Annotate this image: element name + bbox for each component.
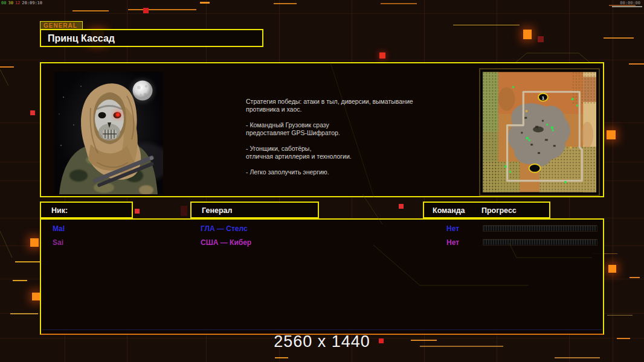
minimap[interactable]: 1 [479, 68, 600, 196]
team-header-label: Команда [433, 206, 465, 215]
session-clock: 00:00:00 [620, 1, 640, 5]
general-info-panel: Стратегия победы: атаки в тыл, диверсии,… [40, 62, 604, 197]
grid-line [613, 0, 613, 362]
fps-segment: 12 [15, 1, 20, 5]
briefing-paragraph: - Угонщики, саботёры, отличная артиллери… [246, 145, 459, 160]
general-tag: GENERAL [40, 21, 83, 30]
briefing-paragraph: Стратегия победы: атаки в тыл, диверсии,… [246, 98, 459, 113]
player-team: Нет [446, 238, 459, 247]
deco-line [128, 9, 196, 10]
table-row[interactable]: MalГЛА — СтелсНет [41, 224, 603, 235]
progress-header-label: Прогресс [481, 206, 517, 215]
deco-square [607, 130, 616, 139]
game-lobby-screen: 08301220:09:10 00:00:00 GENERAL Принц Ка… [0, 0, 644, 362]
briefing-paragraph: - Командный Грузовик сразу предоставляет… [246, 121, 459, 137]
deco-square [32, 293, 40, 300]
table-row[interactable]: SaiСША — КиберНет [41, 238, 603, 249]
fps-segment: 30 [8, 1, 13, 5]
start-position-1: 1 [542, 95, 545, 101]
deco-line [15, 261, 40, 262]
column-header-team-progress: Команда Прогресс [423, 202, 550, 218]
grid-line [0, 13, 644, 14]
deco-line [612, 6, 642, 7]
deco-square [30, 238, 39, 247]
deco-line [200, 2, 210, 4]
player-general: США — Кибер [201, 238, 251, 247]
player-list-panel: MalГЛА — СтелсНетSaiСША — КиберНет [40, 218, 604, 335]
deco-line [629, 63, 644, 65]
start-position-2 [529, 164, 541, 173]
deco-square [135, 209, 140, 214]
general-title-box: Принц Кассад [40, 29, 263, 47]
progress-bar [483, 239, 597, 246]
deco-square [608, 265, 616, 273]
fps-overlay: 08301220:09:10 [1, 1, 44, 5]
deco-square [538, 36, 544, 42]
deco-blue-line [42, 329, 602, 330]
deco-square [379, 52, 385, 59]
deco-line [13, 280, 27, 281]
resolution-label: 2560 x 1440 [0, 332, 644, 351]
general-header-label: Генерал [202, 206, 232, 215]
grid-line [0, 60, 644, 60]
deco-line [274, 3, 297, 4]
player-team: Нет [446, 224, 459, 233]
player-general: ГЛА — Стелс [201, 224, 248, 233]
deco-square [399, 204, 404, 209]
column-header-general: Генерал [190, 202, 319, 218]
column-header-nick: Ник: [40, 202, 133, 218]
deco-line [381, 3, 417, 4]
fps-segment: 20:09:10 [22, 1, 42, 5]
deco-line [453, 25, 520, 25]
fps-segment: 08 [1, 1, 6, 5]
deco-square [181, 206, 187, 216]
progress-bar [483, 225, 597, 232]
player-nick: Mal [53, 224, 65, 233]
deco-square [143, 8, 149, 13]
briefing-text: Стратегия победы: атаки в тыл, диверсии,… [246, 98, 459, 184]
general-portrait [54, 72, 163, 194]
player-nick: Sai [53, 238, 63, 247]
general-name: Принц Кассад [41, 30, 262, 44]
deco-line [630, 277, 640, 278]
deco-line [0, 66, 14, 68]
deco-square [30, 110, 35, 115]
briefing-paragraph: - Легко заполучить энергию. [246, 168, 459, 176]
deco-line [72, 10, 109, 11]
deco-line [607, 315, 633, 316]
deco-line [555, 357, 600, 358]
deco-square [523, 30, 532, 39]
deco-line [275, 357, 288, 358]
minimap-image: 1 [483, 72, 596, 192]
deco-line [10, 313, 38, 314]
deco-line [604, 37, 634, 39]
nick-header-label: Ник: [51, 206, 68, 215]
